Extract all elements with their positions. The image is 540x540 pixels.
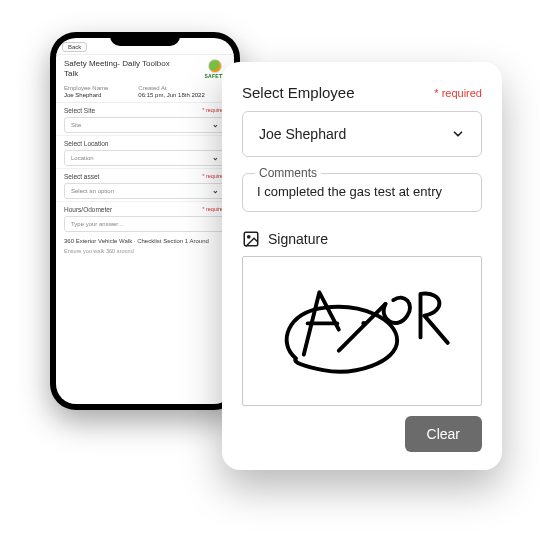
signature-drawing — [261, 272, 463, 390]
signature-label-row: Signature — [242, 230, 482, 248]
created-at-label: Created At — [138, 85, 204, 91]
hours-section: Hours/Odometer * required Type your answ… — [56, 202, 234, 234]
signature-label: Signature — [268, 231, 328, 247]
back-button[interactable]: Back — [62, 42, 87, 52]
employee-select[interactable]: Joe Shephard — [242, 111, 482, 157]
phone-mockup: Back Safety Meeting- Daily Toolbox Talk … — [50, 32, 240, 410]
site-placeholder: Site — [71, 122, 81, 128]
comments-label: Comments — [255, 166, 321, 180]
site-section: Select Site * required Site ⌄ — [56, 103, 234, 136]
asset-section: Select asset * required Select an option… — [56, 169, 234, 202]
form-header: Safety Meeting- Daily Toolbox Talk SAFET… — [56, 55, 234, 83]
hours-input[interactable]: Type your answer... — [64, 216, 226, 232]
chevron-down-icon — [451, 127, 465, 141]
signature-card: Select Employee * required Joe Shephard … — [222, 62, 502, 470]
employee-select-value: Joe Shephard — [259, 126, 346, 142]
phone-notch — [110, 32, 180, 46]
asset-select[interactable]: Select an option ⌄ — [64, 183, 226, 199]
required-indicator: * required — [434, 87, 482, 99]
created-at-value: 06:15 pm, Jun 18th 2022 — [138, 92, 204, 98]
site-label: Select Site — [64, 107, 95, 114]
location-select[interactable]: Location ⌄ — [64, 150, 226, 166]
walk-section-note: Ensure you walk 360 around — [56, 248, 234, 258]
location-section: Select Location Location ⌄ — [56, 136, 234, 169]
form-meta: Employee Name Joe Shephard Created At 06… — [56, 83, 234, 103]
employee-name-label: Employee Name — [64, 85, 108, 91]
image-icon — [242, 230, 260, 248]
form-title: Safety Meeting- Daily Toolbox Talk — [64, 59, 184, 79]
card-footer: Clear — [242, 416, 482, 452]
hours-placeholder: Type your answer... — [71, 221, 123, 227]
select-employee-heading: Select Employee — [242, 84, 355, 101]
comments-value: I completed the gas test at entry — [257, 184, 467, 199]
hours-label: Hours/Odometer — [64, 206, 112, 213]
logo-icon — [208, 59, 222, 73]
walk-section-title: 360 Exterior Vehicle Walk · Checklist Se… — [56, 234, 234, 248]
card-header: Select Employee * required — [242, 84, 482, 101]
site-select[interactable]: Site ⌄ — [64, 117, 226, 133]
clear-button[interactable]: Clear — [405, 416, 482, 452]
location-label: Select Location — [64, 140, 108, 147]
employee-name-value: Joe Shephard — [64, 92, 108, 98]
comments-field[interactable]: Comments I completed the gas test at ent… — [242, 173, 482, 212]
svg-point-2 — [361, 321, 366, 326]
phone-screen: Back Safety Meeting- Daily Toolbox Talk … — [56, 38, 234, 404]
signature-pad[interactable] — [242, 256, 482, 406]
location-placeholder: Location — [71, 155, 94, 161]
asset-label: Select asset — [64, 173, 99, 180]
asset-placeholder: Select an option — [71, 188, 114, 194]
svg-point-1 — [248, 236, 250, 238]
